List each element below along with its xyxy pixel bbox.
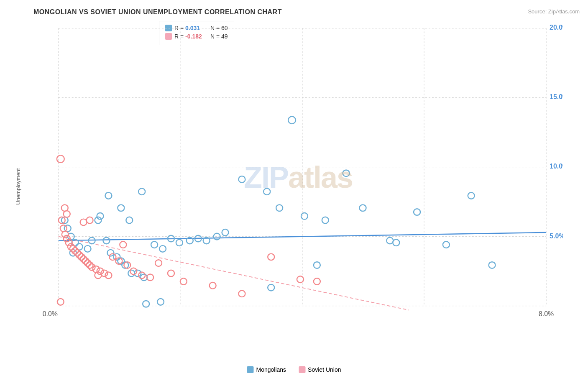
svg-point-103 bbox=[168, 270, 174, 277]
scatter-chart: 20.0% 15.0% 10.0% 5.0% 0.0% 8.0% bbox=[33, 20, 563, 335]
svg-text:0.0%: 0.0% bbox=[43, 310, 58, 317]
svg-point-59 bbox=[393, 239, 399, 246]
source-text: Source: ZipAtlas.com bbox=[528, 8, 580, 15]
svg-point-99 bbox=[80, 219, 87, 226]
svg-point-29 bbox=[97, 213, 104, 220]
svg-point-45 bbox=[176, 239, 183, 246]
svg-point-105 bbox=[210, 282, 216, 289]
svg-point-90 bbox=[64, 211, 70, 217]
svg-point-64 bbox=[157, 299, 164, 305]
svg-point-100 bbox=[87, 217, 93, 224]
svg-point-63 bbox=[489, 262, 496, 268]
svg-point-27 bbox=[89, 238, 95, 244]
svg-point-41 bbox=[138, 188, 145, 195]
svg-point-43 bbox=[159, 245, 166, 252]
bottom-legend-label-mongolians: Mongolians bbox=[256, 366, 286, 373]
svg-point-86 bbox=[97, 268, 104, 275]
svg-point-101 bbox=[120, 241, 126, 248]
bottom-legend-soviet: Soviet Union bbox=[299, 366, 341, 373]
svg-point-89 bbox=[61, 204, 68, 211]
svg-point-102 bbox=[155, 260, 162, 266]
svg-point-36 bbox=[134, 270, 141, 277]
svg-point-106 bbox=[238, 291, 245, 297]
svg-point-71 bbox=[62, 231, 69, 238]
svg-point-56 bbox=[343, 170, 350, 176]
svg-point-28 bbox=[95, 217, 102, 224]
svg-point-108 bbox=[297, 276, 304, 283]
bottom-legend-label-soviet: Soviet Union bbox=[308, 366, 341, 373]
svg-point-55 bbox=[322, 217, 329, 224]
chart-title: MONGOLIAN VS SOVIET UNION UNEMPLOYMENT C… bbox=[33, 8, 563, 16]
svg-text:8.0%: 8.0% bbox=[539, 310, 554, 317]
svg-point-88 bbox=[105, 272, 112, 279]
svg-point-51 bbox=[238, 176, 245, 183]
svg-point-87 bbox=[101, 270, 107, 277]
bottom-legend-box-mongolians bbox=[247, 366, 254, 373]
svg-point-40 bbox=[126, 217, 133, 224]
bottom-legend: Mongolians Soviet Union bbox=[247, 366, 341, 373]
svg-point-104 bbox=[180, 278, 187, 285]
svg-point-65 bbox=[143, 301, 149, 307]
svg-point-23 bbox=[76, 243, 83, 250]
bottom-legend-mongolians: Mongolians bbox=[247, 366, 286, 373]
bottom-legend-box-soviet bbox=[299, 366, 305, 373]
svg-point-26 bbox=[84, 245, 91, 252]
svg-point-60 bbox=[414, 209, 420, 215]
svg-point-107 bbox=[268, 254, 274, 261]
svg-point-39 bbox=[118, 204, 124, 211]
svg-point-53 bbox=[276, 204, 283, 211]
svg-point-97 bbox=[57, 299, 64, 305]
svg-point-57 bbox=[360, 204, 366, 211]
svg-point-50 bbox=[222, 229, 229, 236]
y-axis-label: Unemployment bbox=[15, 168, 21, 204]
svg-point-61 bbox=[443, 241, 450, 248]
chart-container: MONGOLIAN VS SOVIET UNION UNEMPLOYMENT C… bbox=[0, 0, 588, 373]
svg-point-91 bbox=[109, 254, 116, 261]
svg-text:15.0%: 15.0% bbox=[550, 94, 563, 101]
svg-point-31 bbox=[107, 250, 114, 256]
svg-point-96 bbox=[147, 274, 153, 281]
svg-point-54 bbox=[301, 213, 308, 220]
svg-point-70 bbox=[60, 225, 67, 232]
svg-text:10.0%: 10.0% bbox=[550, 163, 563, 170]
chart-area: ZIPatlas 20.0% 15.0% 10.0% 5.0 bbox=[33, 20, 563, 335]
svg-point-68 bbox=[57, 155, 64, 163]
svg-point-38 bbox=[105, 192, 112, 199]
svg-point-67 bbox=[314, 262, 320, 268]
svg-point-109 bbox=[314, 278, 320, 285]
svg-point-30 bbox=[103, 238, 110, 244]
svg-point-52 bbox=[263, 188, 270, 195]
svg-point-18 bbox=[288, 116, 296, 124]
svg-point-98 bbox=[95, 272, 102, 279]
svg-text:20.0%: 20.0% bbox=[550, 24, 563, 31]
svg-point-62 bbox=[468, 192, 475, 199]
svg-point-66 bbox=[268, 284, 274, 291]
svg-point-42 bbox=[151, 241, 158, 248]
svg-text:5.0%: 5.0% bbox=[550, 232, 563, 240]
svg-point-85 bbox=[93, 266, 100, 273]
svg-point-58 bbox=[386, 238, 393, 244]
